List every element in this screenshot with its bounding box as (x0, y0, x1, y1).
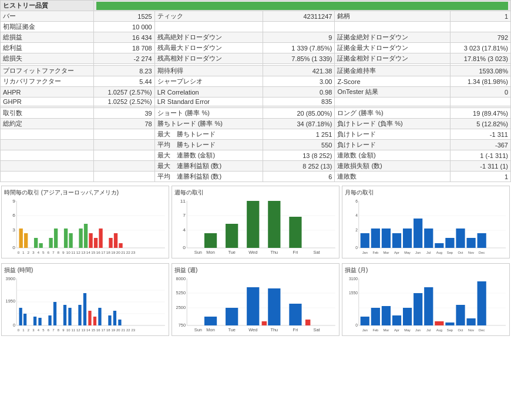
svg-text:Jan: Jan (362, 251, 368, 254)
stats-cell: 最大 連勝利益額 (数) (154, 161, 263, 172)
svg-text:Fri: Fri (293, 327, 298, 332)
stats-cell: 最大 勝ちトレード (154, 129, 263, 140)
svg-text:4: 4 (355, 213, 358, 217)
svg-text:19: 19 (111, 250, 116, 254)
stats-cell: 1593.08% (450, 66, 510, 76)
svg-rect-112 (48, 315, 51, 325)
svg-text:Sep: Sep (447, 328, 453, 332)
stats-cell: 証拠金絶対ドローダウン (335, 32, 450, 43)
stats-cell: 19 (89.47%) (450, 108, 510, 119)
svg-rect-79 (392, 233, 401, 248)
svg-text:Sep: Sep (447, 251, 453, 254)
monthly-trades-area: 6 4 2 0 (345, 198, 507, 257)
svg-rect-182 (413, 293, 422, 325)
stats-cell: 5 (12.82%) (450, 119, 510, 129)
svg-text:7: 7 (52, 328, 54, 332)
svg-text:22: 22 (126, 250, 131, 254)
svg-text:3100: 3100 (349, 277, 358, 281)
svg-text:19: 19 (112, 328, 115, 332)
svg-rect-14 (64, 229, 68, 248)
stats-cell (1, 172, 94, 182)
svg-rect-178 (371, 308, 380, 325)
svg-rect-21 (109, 238, 112, 248)
monthly-trades-svg: 6 4 2 0 (345, 198, 507, 257)
svg-text:5250: 5250 (176, 290, 186, 295)
svg-text:Thu: Thu (270, 327, 278, 332)
monthly-pnl-area: 3100 1550 0 (345, 275, 507, 334)
svg-text:18: 18 (106, 328, 110, 332)
svg-text:1: 1 (22, 250, 25, 254)
svg-text:0: 0 (12, 245, 15, 250)
svg-text:Nov: Nov (468, 251, 474, 254)
svg-rect-120 (98, 308, 101, 325)
stats-cell (1, 150, 94, 161)
svg-text:Feb: Feb (372, 328, 378, 332)
svg-text:11: 11 (71, 250, 76, 254)
svg-rect-114 (63, 305, 66, 325)
svg-rect-179 (382, 306, 391, 325)
stats-cell: 総損益 (1, 32, 94, 43)
svg-text:Apr: Apr (394, 328, 399, 332)
svg-text:16: 16 (96, 328, 100, 332)
stats-cell: 18 708 (94, 43, 154, 53)
svg-text:11: 11 (72, 328, 75, 332)
svg-text:Jun: Jun (415, 328, 421, 332)
svg-text:5: 5 (42, 250, 45, 254)
svg-rect-123 (118, 320, 121, 325)
svg-text:5: 5 (42, 328, 44, 332)
stats-cell: 1.0257 (2.57%) (94, 87, 154, 98)
svg-text:10: 10 (66, 250, 71, 254)
stats-cell: 証拠金最大ドローダウン (335, 43, 450, 53)
svg-text:Sat: Sat (313, 327, 320, 332)
svg-rect-23 (119, 243, 122, 248)
stats-cell: 8.23 (94, 66, 154, 76)
monthly-trades-chart: 月毎の取引 6 4 2 0 (342, 186, 510, 258)
stats-cell (1, 161, 94, 172)
svg-text:0: 0 (18, 328, 19, 332)
svg-rect-81 (413, 219, 422, 248)
svg-rect-17 (84, 224, 88, 248)
svg-text:17: 17 (101, 250, 106, 254)
stats-cell: 1.0252 (2.52%) (94, 98, 154, 106)
stats-cell: 1525 (94, 11, 154, 22)
svg-text:20: 20 (116, 328, 120, 332)
svg-rect-9 (24, 233, 28, 248)
stats-cell: 835 (263, 98, 335, 106)
svg-rect-184 (435, 321, 443, 325)
charts-section: 時間毎の取引 (アジア,ヨーロッパ,アメリカ) 9 6 3 0 (0, 184, 511, 260)
svg-text:15: 15 (92, 328, 95, 332)
stats-cell: 17.81% (3 023) (450, 53, 510, 64)
svg-text:Tue: Tue (228, 250, 236, 255)
pnl-charts-section: 損益 (時間) 3900 1950 0 (0, 262, 511, 337)
svg-rect-111 (38, 318, 41, 325)
svg-text:12: 12 (76, 250, 81, 254)
weekly-pnl-svg: 8000 5250 2500 750 Sun Mon (174, 275, 337, 334)
svg-text:2: 2 (28, 328, 29, 332)
hourly-trades-title: 時間毎の取引 (アジア,ヨーロッパ,アメリカ) (4, 189, 166, 197)
svg-rect-180 (392, 315, 401, 325)
svg-text:3900: 3900 (6, 276, 16, 281)
hourly-trades-chart: 時間毎の取引 (アジア,ヨーロッパ,アメリカ) 9 6 3 0 (1, 186, 169, 258)
svg-text:2: 2 (28, 250, 30, 254)
svg-text:14: 14 (86, 250, 91, 254)
hourly-trades-svg: 9 6 3 0 (4, 198, 166, 257)
svg-rect-187 (466, 318, 475, 325)
svg-text:11: 11 (180, 199, 186, 204)
stats-cell: 残高相対ドローダウン (154, 53, 263, 64)
svg-text:8: 8 (58, 250, 60, 254)
svg-rect-113 (53, 302, 56, 325)
stats-cell: 連敗数 (335, 172, 450, 182)
svg-text:Mon: Mon (206, 250, 214, 255)
stats-cell: 銘柄 (335, 11, 450, 22)
stats-cell: 34 (87.18%) (263, 119, 335, 129)
svg-rect-10 (34, 238, 38, 248)
stats-cell: 792 (450, 32, 510, 43)
svg-rect-59 (268, 201, 280, 248)
svg-text:Mar: Mar (384, 251, 389, 254)
svg-text:Sat: Sat (313, 250, 320, 255)
svg-text:Wed: Wed (248, 250, 257, 255)
svg-rect-83 (435, 243, 443, 248)
stats-cell: 78 (94, 119, 154, 129)
svg-text:9: 9 (62, 250, 65, 254)
stats-cell: リカバリファクター (1, 76, 94, 87)
